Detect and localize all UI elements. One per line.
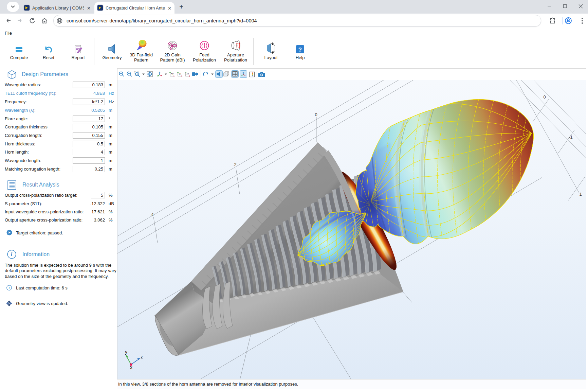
svg-text:-4: -4	[150, 212, 154, 217]
svg-text:0: 0	[315, 112, 317, 117]
svg-text:1: 1	[579, 192, 582, 197]
svg-text:xz: xz	[186, 72, 189, 75]
svg-text:?: ?	[298, 47, 302, 53]
svg-text:x: x	[130, 365, 132, 370]
svg-text:y: y	[125, 349, 127, 355]
svg-text:z: z	[141, 354, 143, 359]
svg-text:-2: -2	[233, 162, 237, 167]
svg-text:yz: yz	[179, 72, 182, 75]
svg-text:0: 0	[543, 94, 546, 100]
svg-text:xy: xy	[171, 72, 174, 75]
svg-text:i: i	[9, 286, 10, 290]
svg-text:i: i	[11, 251, 13, 257]
svg-text:-1: -1	[569, 135, 573, 140]
